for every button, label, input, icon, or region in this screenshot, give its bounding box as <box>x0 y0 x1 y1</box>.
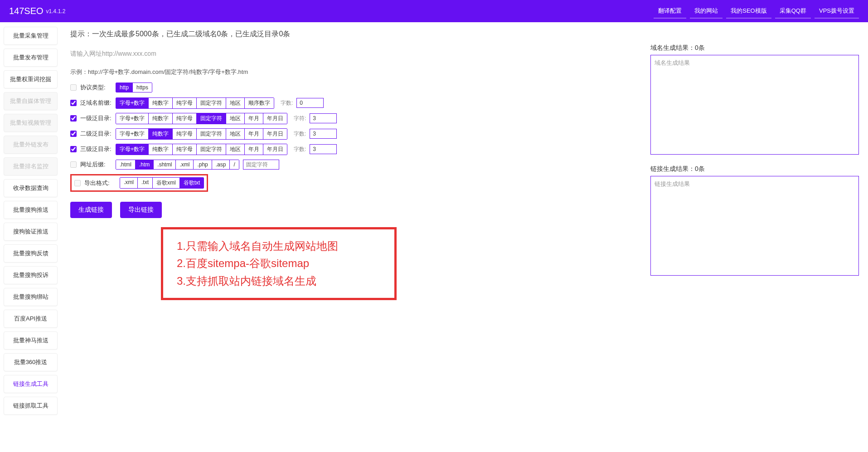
callout-line-2: 2.百度sitempa-谷歌sitemap <box>177 255 381 272</box>
checkbox-export[interactable] <box>74 180 81 186</box>
nav-vps-dial-settings[interactable]: VPS拨号设置 <box>815 4 859 19</box>
row-suffix: 网址后缀:.html.htm.shtml.xml.php.asp/ <box>70 159 636 170</box>
seg-opt-dir2-0[interactable]: 字母+数字 <box>116 129 149 139</box>
row-dir2: 二级泛目录:字母+数字纯数字纯字母固定字符地区年月年月日字数: <box>70 128 636 140</box>
seg-opt-dir3-6[interactable]: 年月日 <box>263 144 287 155</box>
segmented-dir3: 字母+数字纯数字纯字母固定字符地区年月年月日 <box>116 144 287 155</box>
sidebar-item-0[interactable]: 批量采集管理 <box>4 27 58 45</box>
domain-result-title: 域名生成结果：0条 <box>650 44 859 52</box>
seg-opt-suffix-3[interactable]: .xml <box>176 160 194 169</box>
top-nav: 翻译配置 我的网站 我的SEO模版 采集QQ群 VPS拨号设置 <box>654 4 859 19</box>
seg-opt-suffix-0[interactable]: .html <box>116 160 136 169</box>
export-links-button[interactable]: 导出链接 <box>120 202 162 218</box>
seg-opt-prefix-3[interactable]: 固定字符 <box>197 98 226 108</box>
seg-opt-dir2-1[interactable]: 纯数字 <box>149 129 173 139</box>
count-input-dir3[interactable] <box>310 144 337 154</box>
sidebar-item-1[interactable]: 批量发布管理 <box>4 49 58 67</box>
count-input-dir1[interactable] <box>310 113 337 123</box>
generate-links-button[interactable]: 生成链接 <box>70 202 112 218</box>
count-input-dir2[interactable] <box>310 129 337 139</box>
sidebar-item-14[interactable]: 批量神马推送 <box>4 331 58 350</box>
seg-opt-dir3-1[interactable]: 纯数字 <box>149 144 173 155</box>
seg-opt-export-0[interactable]: .xml <box>120 178 138 188</box>
sidebar-item-2[interactable]: 批量权重词挖掘 <box>4 70 58 88</box>
checkbox-dir1[interactable] <box>70 115 77 122</box>
seg-opt-prefix-2[interactable]: 纯字母 <box>173 98 197 108</box>
url-input[interactable] <box>70 47 636 60</box>
seg-opt-export-2[interactable]: 谷歌xml <box>153 178 180 188</box>
seg-opt-dir3-0[interactable]: 字母+数字 <box>116 144 149 155</box>
seg-opt-dir1-5[interactable]: 年月 <box>245 113 263 124</box>
row-dir3: 三级泛目录:字母+数字纯数字纯字母固定字符地区年月年月日字数: <box>70 143 636 155</box>
sidebar-item-9[interactable]: 搜狗验证推送 <box>4 223 58 241</box>
label-dir1: 一级泛目录: <box>80 114 112 122</box>
nav-my-site[interactable]: 我的网站 <box>690 4 723 19</box>
count-input-prefix[interactable] <box>296 98 324 108</box>
seg-opt-dir2-3[interactable]: 固定字符 <box>197 129 226 139</box>
seg-opt-prefix-0[interactable]: 字母+数字 <box>116 98 149 108</box>
segmented-dir2: 字母+数字纯数字纯字母固定字符地区年月年月日 <box>116 128 287 140</box>
sidebar-item-4: 批量短视频管理 <box>4 114 58 132</box>
seg-opt-dir3-5[interactable]: 年月 <box>245 144 263 155</box>
seg-opt-dir3-4[interactable]: 地区 <box>226 144 245 155</box>
seg-opt-prefix-4[interactable]: 地区 <box>226 98 245 108</box>
sidebar-item-7[interactable]: 收录数据查询 <box>4 179 58 197</box>
sidebar-item-12[interactable]: 批量搜狗绑站 <box>4 288 58 306</box>
trail-label-dir3: 字数: <box>294 146 306 153</box>
sidebar-item-16[interactable]: 链接生成工具 <box>4 375 58 393</box>
nav-collect-qq-group[interactable]: 采集QQ群 <box>775 4 811 19</box>
seg-opt-protocol-1[interactable]: https <box>133 83 152 92</box>
segmented-suffix: .html.htm.shtml.xml.php.asp/ <box>116 160 239 170</box>
sidebar-item-15[interactable]: 批量360推送 <box>4 353 58 371</box>
link-result-box[interactable] <box>650 176 859 276</box>
seg-opt-suffix-4[interactable]: .php <box>194 160 212 169</box>
sidebar: 批量采集管理批量发布管理批量权重词挖掘批量自媒体管理批量短视频管理批量外链发布批… <box>0 22 61 419</box>
label-prefix: 泛域名前缀: <box>80 99 112 107</box>
sidebar-item-13[interactable]: 百度API推送 <box>4 310 58 328</box>
sidebar-item-8[interactable]: 批量搜狗推送 <box>4 201 58 219</box>
seg-opt-suffix-6[interactable]: / <box>230 160 238 169</box>
row-export: 导出格式:.xml.txt谷歌xml谷歌txt <box>70 174 636 192</box>
seg-opt-dir2-2[interactable]: 纯字母 <box>173 129 197 139</box>
sidebar-item-17[interactable]: 链接抓取工具 <box>4 397 58 415</box>
seg-opt-dir2-4[interactable]: 地区 <box>226 129 245 139</box>
seg-opt-dir1-1[interactable]: 纯数字 <box>149 113 173 124</box>
seg-opt-export-1[interactable]: .txt <box>138 178 153 188</box>
seg-opt-dir3-2[interactable]: 纯字母 <box>173 144 197 155</box>
version-label: v1.4.1.2 <box>46 8 66 15</box>
example-text: 示例：http://字母+数字.domain.com/固定字符/纯数字/字母+数… <box>70 68 636 76</box>
fixed-char-input[interactable] <box>243 160 279 170</box>
generation-hint: 提示：一次生成最多5000条，已生成二级域名0条，已生成泛目录0条 <box>70 29 636 39</box>
seg-opt-dir1-2[interactable]: 纯字母 <box>173 113 197 124</box>
nav-my-seo-template[interactable]: 我的SEO模版 <box>726 4 771 19</box>
domain-result-box[interactable] <box>650 55 859 155</box>
seg-opt-export-3[interactable]: 谷歌txt <box>180 178 204 188</box>
seg-opt-prefix-1[interactable]: 纯数字 <box>149 98 173 108</box>
seg-opt-dir1-0[interactable]: 字母+数字 <box>116 113 149 124</box>
seg-opt-suffix-2[interactable]: .shtml <box>154 160 176 169</box>
checkbox-suffix[interactable] <box>70 161 77 168</box>
top-bar: 147SEO v1.4.1.2 翻译配置 我的网站 我的SEO模版 采集QQ群 … <box>0 0 868 22</box>
sidebar-item-10[interactable]: 批量搜狗反馈 <box>4 244 58 262</box>
seg-opt-protocol-0[interactable]: http <box>116 83 133 92</box>
seg-opt-dir3-3[interactable]: 固定字符 <box>197 144 226 155</box>
seg-opt-dir1-4[interactable]: 地区 <box>226 113 245 124</box>
sidebar-item-11[interactable]: 批量搜狗投诉 <box>4 266 58 284</box>
seg-opt-suffix-1[interactable]: .htm <box>136 160 154 169</box>
checkbox-dir3[interactable] <box>70 146 77 152</box>
row-protocol: 协议类型:httphttps <box>70 82 636 93</box>
checkbox-prefix[interactable] <box>70 100 77 106</box>
seg-opt-dir2-6[interactable]: 年月日 <box>263 129 287 139</box>
link-result-title: 链接生成结果：0条 <box>650 165 859 173</box>
seg-opt-prefix-5[interactable]: 顺序数字 <box>245 98 274 108</box>
seg-opt-dir1-6[interactable]: 年月日 <box>263 113 287 124</box>
sidebar-item-5: 批量外链发布 <box>4 136 58 154</box>
checkbox-dir2[interactable] <box>70 131 77 137</box>
checkbox-protocol[interactable] <box>70 84 77 91</box>
nav-translate-config[interactable]: 翻译配置 <box>654 4 686 19</box>
seg-opt-dir2-5[interactable]: 年月 <box>245 129 263 139</box>
label-dir3: 三级泛目录: <box>80 145 112 153</box>
seg-opt-suffix-5[interactable]: .asp <box>212 160 230 169</box>
seg-opt-dir1-3[interactable]: 固定字符 <box>197 113 226 124</box>
feature-callout: 1.只需输入域名自动生成网站地图 2.百度sitempa-谷歌sitemap 3… <box>161 227 397 300</box>
